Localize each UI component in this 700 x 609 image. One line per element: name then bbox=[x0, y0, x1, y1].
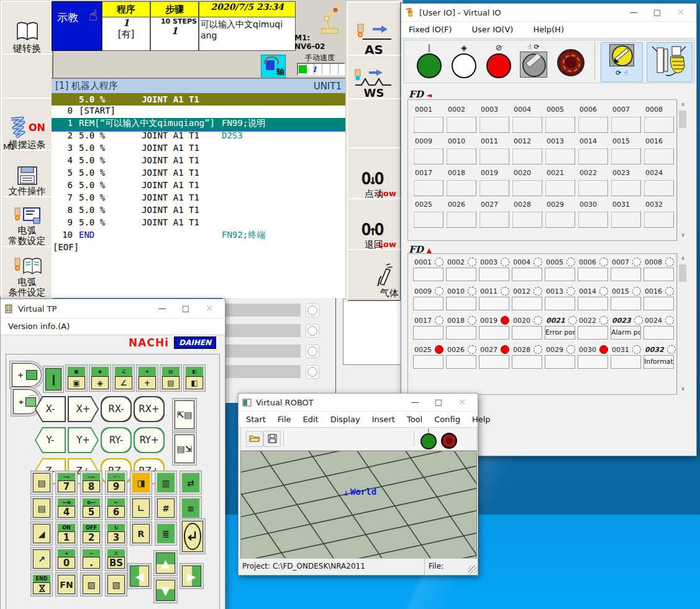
background-round-button[interactable] bbox=[306, 345, 319, 358]
close-button[interactable]: ✕ bbox=[669, 4, 693, 20]
cursor-right-key[interactable]: ▶ bbox=[180, 564, 203, 589]
io-button-0003[interactable] bbox=[479, 116, 509, 133]
close-button[interactable]: ✕ bbox=[450, 394, 474, 410]
program-line-eof[interactable]: [EOF] bbox=[52, 242, 345, 255]
menu-start[interactable]: Start bbox=[246, 415, 266, 424]
num-key-3[interactable]: ↻3 bbox=[106, 522, 127, 545]
user-io-titlebar[interactable]: [User IO] - Virtual IO — □ ✕ bbox=[401, 4, 696, 22]
maximize-button[interactable]: □ bbox=[174, 300, 198, 317]
io-button-0027[interactable] bbox=[479, 211, 509, 228]
speed-key[interactable]: ◢ bbox=[31, 522, 52, 545]
cursor-left-key[interactable]: ◀ bbox=[128, 564, 151, 589]
led-indicator-0029[interactable] bbox=[566, 345, 575, 354]
start-button[interactable]: ◈ bbox=[449, 43, 479, 80]
led-indicator-0030[interactable] bbox=[599, 345, 608, 354]
led-indicator-0016[interactable] bbox=[665, 287, 674, 295]
led-indicator-0008[interactable] bbox=[665, 258, 674, 266]
menu-fixed-io[interactable]: Fixed IO(F) bbox=[409, 25, 452, 34]
io-button-0009[interactable] bbox=[413, 148, 443, 165]
led-indicator-0019[interactable] bbox=[501, 316, 509, 325]
led-indicator-0004[interactable] bbox=[534, 258, 542, 266]
jog-key-X+[interactable]: X+ bbox=[68, 396, 99, 422]
open-project-button[interactable] bbox=[246, 431, 263, 447]
virtual-robot-titlebar[interactable]: Virtual ROBOT — □ ✕ bbox=[239, 394, 478, 412]
io-label-box[interactable] bbox=[545, 355, 575, 369]
arc-condition-button[interactable]: 电弧 条件设定 bbox=[1, 246, 53, 300]
right-blank-button[interactable] bbox=[347, 98, 401, 150]
robot-program-key[interactable]: ▣ ▣ bbox=[66, 365, 87, 391]
io-button-0019[interactable] bbox=[479, 179, 509, 196]
minimize-button[interactable]: — bbox=[150, 300, 174, 317]
screen-page-down-key[interactable]: ▤⇲ bbox=[173, 433, 196, 465]
cursor-down-key[interactable]: ▼ bbox=[154, 578, 177, 603]
io-label-box[interactable] bbox=[578, 268, 608, 281]
menu-tool[interactable]: Tool bbox=[407, 415, 422, 424]
io-button-0010[interactable] bbox=[446, 148, 476, 165]
menu-file[interactable]: File bbox=[278, 415, 291, 424]
led-indicator-0007[interactable] bbox=[632, 258, 641, 266]
menu-help[interactable]: Help(H) bbox=[533, 25, 564, 34]
application-key[interactable]: ＋ bbox=[10, 361, 43, 389]
led-indicator-0027[interactable] bbox=[501, 345, 509, 354]
save-button[interactable] bbox=[263, 431, 281, 447]
jog-forward-button[interactable]: O↓O 点动 Low bbox=[347, 147, 401, 202]
minimize-button[interactable]: — bbox=[622, 4, 645, 20]
io-button-0015[interactable] bbox=[611, 148, 641, 165]
key-convert-button[interactable]: 键转换 bbox=[1, 1, 53, 56]
background-round-button[interactable] bbox=[306, 365, 319, 379]
io-label-box[interactable] bbox=[512, 297, 542, 310]
io-button-0011[interactable] bbox=[479, 148, 509, 165]
io-button-0030[interactable] bbox=[578, 211, 608, 228]
jog-key-RX+[interactable]: RX+ bbox=[134, 396, 165, 422]
io-button-0020[interactable] bbox=[512, 179, 542, 196]
background-round-button[interactable] bbox=[306, 324, 319, 338]
paste-key[interactable]: ▧ bbox=[106, 573, 127, 596]
io-label-box[interactable] bbox=[611, 268, 641, 281]
jog-key-RY-[interactable]: RY- bbox=[101, 427, 132, 453]
led-indicator-0022[interactable] bbox=[599, 316, 608, 325]
io-label-box[interactable] bbox=[611, 297, 641, 310]
emergency-stop-button[interactable] bbox=[557, 49, 586, 78]
robot-emergency-stop-button[interactable] bbox=[441, 433, 456, 448]
io-button-0013[interactable] bbox=[545, 148, 575, 165]
io-label-box[interactable] bbox=[446, 326, 476, 340]
handshake-key[interactable]: ◈ ◈ bbox=[89, 365, 111, 391]
robot-motor-on-lamp[interactable]: ❘ bbox=[420, 429, 437, 449]
led-indicator-0018[interactable] bbox=[468, 316, 476, 325]
sidebar-blank-button[interactable] bbox=[1, 53, 53, 101]
menu-user-io[interactable]: User IO(V) bbox=[472, 25, 514, 34]
program-line-4[interactable]: 45.0 % JOINT A1 T1 bbox=[52, 155, 345, 168]
io-label-box[interactable] bbox=[512, 355, 542, 369]
sync-motion-key[interactable]: ⇄ bbox=[180, 471, 201, 494]
check-sequence-key[interactable]: ▤ ▤ bbox=[160, 365, 181, 391]
led-indicator-0010[interactable] bbox=[468, 287, 476, 295]
scrollbar-thumb[interactable] bbox=[679, 264, 686, 282]
io-button-0031[interactable] bbox=[611, 211, 641, 228]
io-button-0016[interactable] bbox=[643, 148, 674, 165]
led-indicator-0031[interactable] bbox=[632, 345, 641, 354]
resize-grip[interactable] bbox=[468, 566, 477, 574]
led-indicator-0032[interactable] bbox=[667, 345, 676, 354]
file-operation-button[interactable]: 文件操作 bbox=[1, 150, 53, 199]
io-label-box[interactable]: Error port bbox=[545, 326, 575, 340]
enter-key[interactable] bbox=[180, 519, 205, 554]
virtual-tp-titlebar[interactable]: Virtual TP — □ ✕ bbox=[1, 299, 225, 318]
io-button-0018[interactable] bbox=[446, 179, 476, 196]
stop-button[interactable]: ⊘ bbox=[484, 43, 514, 80]
led-indicator-0002[interactable] bbox=[468, 258, 476, 266]
enable-switch-button[interactable] bbox=[647, 42, 693, 82]
io-button-0024[interactable] bbox=[643, 179, 674, 196]
unit-menu-key[interactable]: ▤ bbox=[31, 471, 52, 494]
jog-key-X-[interactable]: X- bbox=[35, 396, 66, 422]
led-indicator-0021[interactable] bbox=[568, 316, 577, 325]
cursor-up-key[interactable]: ▲ bbox=[154, 551, 177, 575]
io-button-0006[interactable] bbox=[578, 116, 608, 133]
key-R[interactable]: R bbox=[130, 522, 152, 545]
coordinate-key[interactable]: ∟ bbox=[130, 497, 152, 520]
scroll-up-icon[interactable]: ∧ bbox=[678, 99, 688, 109]
num-key-7[interactable]: ∙→7 bbox=[56, 471, 77, 494]
edit-key[interactable]: ▨ bbox=[81, 573, 102, 596]
num-key-.[interactable]: −. bbox=[81, 548, 102, 571]
menu-insert[interactable]: Insert bbox=[372, 415, 395, 424]
io-button-0023[interactable] bbox=[611, 179, 641, 196]
